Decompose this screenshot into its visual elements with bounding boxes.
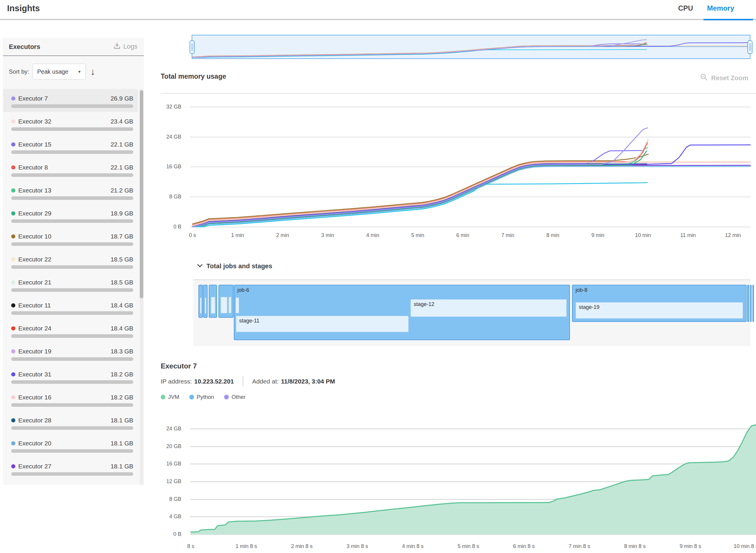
executors-panel: Executors Logs Sort by: Peak usage ▼ ↓ E…	[3, 38, 144, 485]
scrollbar-thumb[interactable]	[140, 90, 143, 298]
executor-color-dot	[11, 96, 15, 100]
inner-block[interactable]	[220, 297, 228, 314]
executor-usage-bar	[11, 127, 133, 131]
executor-peak-value: 18.1 GB	[110, 417, 133, 424]
executor-meta-row: IP address: 10.223.52.201 Added at: 11/8…	[161, 376, 335, 387]
executor-peak-value: 18.5 GB	[110, 279, 133, 286]
executor-peak-value: 23.4 GB	[110, 118, 133, 125]
inner-block[interactable]	[204, 297, 207, 314]
inner-block[interactable]	[228, 297, 232, 314]
executor-list-item[interactable]: Executor 2918.9 GB	[3, 204, 138, 227]
job-label: job-8	[576, 287, 587, 293]
executor-list-item[interactable]: Executor 1018.7 GB	[3, 227, 138, 250]
executor-color-dot	[11, 326, 15, 330]
executor-peak-value: 21.2 GB	[110, 187, 133, 194]
brush-handle-left[interactable]	[190, 41, 195, 54]
x-axis-tick: 8 s	[170, 543, 211, 549]
executor-list-item[interactable]: Executor 1522.1 GB	[3, 135, 138, 158]
job-block[interactable]	[747, 285, 749, 322]
executor-peak-value: 18.4 GB	[110, 325, 133, 332]
sort-direction-descending-icon[interactable]: ↓	[90, 67, 95, 76]
executor-usage-bar	[11, 426, 133, 430]
added-at-label: Added at:	[252, 378, 279, 385]
executor-list-item[interactable]: Executor 2718.1 GB	[3, 457, 138, 480]
executor-list-item[interactable]: Executor 1918.3 GB	[3, 342, 138, 365]
executor-color-dot	[11, 257, 15, 261]
executor-name: Executor 32	[18, 118, 51, 125]
executor-list-item[interactable]: Executor 1321.2 GB	[3, 181, 138, 204]
zoom-brush-minimap[interactable]	[192, 35, 750, 59]
executor-peak-value: 26.9 GB	[110, 95, 133, 102]
chevron-down-icon	[197, 263, 203, 269]
executor-list-item[interactable]: Executor 3223.4 GB	[3, 112, 138, 135]
executor-color-dot	[11, 418, 15, 422]
stage-label: stage-11	[239, 318, 259, 324]
x-axis-tick: 11 min	[667, 232, 708, 238]
executor-list-item[interactable]: Executor 1618.2 GB	[3, 388, 138, 411]
y-axis-tick: 24 GB	[158, 134, 181, 140]
executor-list-item[interactable]: Executor 2218.5 GB	[3, 250, 138, 273]
executor-name: Executor 20	[18, 440, 51, 447]
tab-memory[interactable]: Memory	[707, 4, 734, 12]
x-axis-tick: 4 min	[352, 232, 393, 238]
x-axis-tick: 5 min 8 s	[448, 543, 489, 549]
legend-label: Other	[231, 394, 246, 400]
brush-handle-right[interactable]	[747, 41, 752, 54]
x-axis-tick: 2 min	[262, 232, 303, 238]
stage-label: stage-19	[579, 304, 599, 310]
executor-list-item[interactable]: Executor 2818.1 GB	[3, 411, 138, 434]
job-block[interactable]	[752, 285, 754, 322]
tab-cpu[interactable]: CPU	[678, 4, 693, 12]
inner-block[interactable]	[235, 297, 239, 314]
executor-color-dot	[11, 280, 15, 285]
executor-list: Executor 726.9 GBExecutor 3223.4 GBExecu…	[3, 89, 144, 485]
y-axis-tick: 16 GB	[158, 164, 181, 170]
executor-usage-bar	[11, 288, 133, 292]
x-axis-tick: 9 min 8 s	[670, 543, 711, 549]
jobs-section-header[interactable]: Total jobs and stages	[197, 262, 272, 270]
x-axis-tick: 3 min 8 s	[337, 543, 378, 549]
executor-usage-bar	[11, 242, 133, 246]
job-block[interactable]	[750, 285, 752, 322]
executor-list-item[interactable]: Executor 2118.5 GB	[3, 273, 138, 296]
executor-color-dot	[11, 211, 15, 216]
executor-name: Executor 15	[18, 141, 51, 148]
stage-block-stage-11[interactable]: stage-11	[236, 315, 409, 332]
legend-item-other: Other	[224, 394, 246, 400]
inner-block[interactable]	[211, 297, 216, 314]
legend-dot	[189, 395, 194, 399]
executor-peak-value: 18.2 GB	[110, 394, 133, 401]
inner-block[interactable]	[200, 297, 202, 314]
executor-list-item[interactable]: Executor 1118.4 GB	[3, 296, 138, 319]
logs-button[interactable]: Logs	[113, 42, 137, 51]
executor-name: Executor 27	[18, 463, 51, 470]
added-at-value: 11/8/2023, 3:04 PM	[281, 378, 335, 385]
legend-label: Python	[197, 394, 214, 400]
x-axis-tick: 12 min	[712, 232, 754, 238]
executor-list-item[interactable]: Executor 822.1 GB	[3, 158, 138, 181]
download-icon	[113, 42, 121, 51]
executor-color-dot	[11, 395, 15, 399]
executor-peak-value: 18.5 GB	[110, 256, 133, 263]
executor-list-item[interactable]: Executor 726.9 GB	[3, 89, 138, 112]
x-axis-tick: 1 min 8 s	[226, 543, 267, 549]
grip-icon	[192, 43, 193, 51]
executor-usage-bar	[11, 403, 133, 407]
executor-color-dot	[11, 441, 15, 446]
executor-usage-bar	[11, 173, 133, 177]
sidebar-divider	[3, 56, 144, 56]
stage-block-stage-12[interactable]: stage-12	[410, 299, 567, 317]
sort-select[interactable]: Peak usage ▼	[33, 64, 86, 80]
reset-zoom-button[interactable]: Reset Zoom	[700, 73, 748, 83]
executor-list-item[interactable]: Executor 3118.2 GB	[3, 365, 138, 388]
executor-list-item[interactable]: Executor 2418.4 GB	[3, 319, 138, 342]
y-axis-tick: 20 GB	[158, 443, 181, 450]
ip-address-label: IP address:	[161, 378, 192, 385]
executor-list-item[interactable]: Executor 2018.1 GB	[3, 434, 138, 457]
x-axis-tick: 0 s	[172, 232, 213, 238]
x-axis-tick: 8 min 8 s	[614, 543, 656, 549]
page-title: Insights	[7, 4, 40, 13]
scrollbar-track[interactable]	[140, 89, 143, 485]
stage-block-stage-19[interactable]: stage-19	[575, 302, 743, 319]
x-axis-tick: 1 min	[217, 232, 258, 238]
